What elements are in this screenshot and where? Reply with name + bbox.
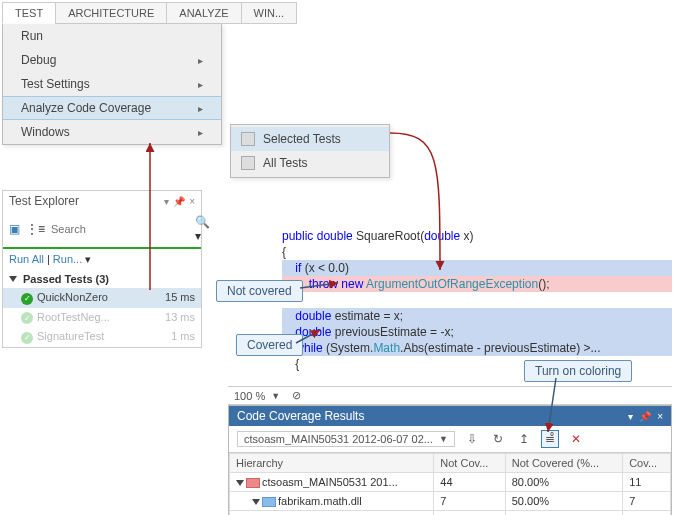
test-explorer-title: Test Explorer [9,194,79,208]
dropdown-icon[interactable]: ▾ [164,196,169,207]
submenu-all-tests[interactable]: All Tests [231,151,389,175]
code-line: { [282,244,672,260]
test-row[interactable]: ✓RootTestNeg... 13 ms [3,308,201,328]
menu-item-test-settings[interactable]: Test Settings▸ [3,72,221,96]
submenu-selected-tests[interactable]: Selected Tests [231,127,389,151]
editor-zoom: 100 % ▼ ⊘ [228,386,672,405]
pin-icon[interactable]: 📌 [639,411,651,422]
table-row[interactable]: ctsoasm_MAIN50531 201... 4480.00%11 [230,473,671,492]
callout-turn-on-coloring: Turn on coloring [524,360,632,382]
code-line-covered: if (x < 0.0) [282,260,672,276]
close-icon[interactable]: × [189,196,195,207]
col-hierarchy[interactable]: Hierarchy [230,454,434,473]
dll-icon [262,497,276,507]
analyze-coverage-submenu: Selected Tests All Tests [230,124,390,178]
code-line-not-covered: throw new ArgumentOutOfRangeException(); [282,276,672,292]
chevron-right-icon: ▸ [198,127,203,138]
col-covered[interactable]: Cov... [623,454,671,473]
coverage-title: Code Coverage Results [237,409,364,423]
show-coloring-button[interactable]: ≡̊ [541,430,559,448]
assembly-icon [246,478,260,488]
main-menu-bar: TEST ARCHITECTURE ANALYZE WIN... [2,2,296,24]
chevron-right-icon: ▸ [198,55,203,66]
import-icon[interactable]: ⇩ [463,430,481,448]
col-not-covered-pct[interactable]: Not Covered (%... [505,454,622,473]
code-line-covered: double previousEstimate = -x; [282,324,672,340]
test-explorer-commands: Run All | Run... ▾ [3,249,201,270]
search-input[interactable] [51,223,189,235]
pin-icon[interactable]: 📌 [173,196,185,207]
zoom-level[interactable]: 100 % [234,390,265,402]
coverage-combo[interactable]: ctsoasm_MAIN50531 2012-06-07 02...▼ [237,431,455,447]
pass-icon: ✓ [21,332,33,344]
group-by-icon[interactable]: ⋮≡ [26,222,45,236]
chevron-right-icon: ▸ [198,79,203,90]
code-line-covered: double estimate = x; [282,308,672,324]
menu-tab-test[interactable]: TEST [2,2,56,24]
col-not-covered[interactable]: Not Cov... [434,454,505,473]
passed-tests-group[interactable]: Passed Tests (3) [3,270,201,288]
menu-item-analyze-code-coverage[interactable]: Analyze Code Coverage▸ [3,96,221,120]
dropdown-icon[interactable]: ▾ [628,411,633,422]
test-row[interactable]: ✓SignatureTest 1 ms [3,327,201,347]
pass-icon: ✓ [21,312,33,324]
test-explorer-panel: Test Explorer ▾ 📌 × ▣ ⋮≡ 🔍▾ Run All | Ru… [2,190,202,348]
refresh-icon[interactable]: ↻ [489,430,507,448]
test-row[interactable]: ✓QuickNonZero 15 ms [3,288,201,308]
callout-not-covered: Not covered [216,280,303,302]
chevron-right-icon: ▸ [198,103,203,114]
test-menu-dropdown: Run Debug▸ Test Settings▸ Analyze Code C… [2,24,222,145]
code-coverage-panel: Code Coverage Results ▾ 📌 × ctsoasm_MAIN… [228,405,672,515]
menu-item-debug[interactable]: Debug▸ [3,48,221,72]
export-icon[interactable]: ↥ [515,430,533,448]
close-icon[interactable]: × [657,411,663,422]
code-line [282,292,672,308]
menu-item-windows[interactable]: Windows▸ [3,120,221,144]
menu-item-run[interactable]: Run [3,24,221,48]
callout-covered: Covered [236,334,303,356]
pass-icon: ✓ [21,293,33,305]
table-row[interactable]: {}Fabrikam.Math 750.00%7 [230,511,671,515]
chevron-down-icon[interactable]: ▼ [271,391,280,401]
flask-icon [241,132,255,146]
menu-tab-analyze[interactable]: ANALYZE [166,2,241,24]
coverage-table: Hierarchy Not Cov... Not Covered (%... C… [229,453,671,515]
code-editor[interactable]: public double SquareRoot(double x) { if … [282,228,672,372]
flask-icon [241,156,255,170]
no-issues-icon: ⊘ [292,389,301,402]
menu-tab-windows[interactable]: WIN... [241,2,298,24]
search-icon[interactable]: 🔍▾ [195,215,210,243]
code-line: public double SquareRoot(double x) [282,228,672,244]
run-all-link[interactable]: Run All [9,253,44,265]
table-row[interactable]: fabrikam.math.dll 750.00%7 [230,492,671,511]
stream-icon[interactable]: ▣ [9,222,20,236]
menu-tab-architecture[interactable]: ARCHITECTURE [55,2,167,24]
run-link[interactable]: Run... [53,253,82,265]
delete-icon[interactable]: ✕ [567,430,585,448]
code-line-covered: while (System.Math.Abs(estimate - previo… [282,340,672,356]
